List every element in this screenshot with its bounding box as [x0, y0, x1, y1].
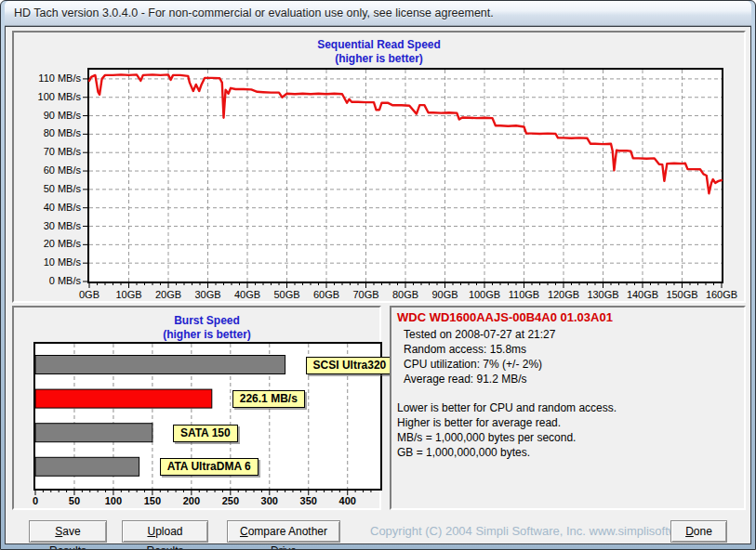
seq-ytick-label: 50 MB/s	[14, 183, 81, 194]
upload-results-mnemonic: U	[147, 525, 155, 538]
sequential-chart-svg	[83, 68, 724, 293]
burst-speed-panel: Burst Speed (higher is better) SCSI Ultr…	[12, 306, 381, 510]
drive-name: WDC WD1600AAJS-00B4A0 01.03A01	[397, 310, 744, 324]
seq-ytick-label: 20 MB/s	[14, 238, 81, 249]
burst-bar	[35, 424, 153, 442]
burst-xtick-label: 400	[329, 495, 366, 506]
seq-ytick-label: 100 MB/s	[14, 91, 81, 102]
info-note-gb: GB = 1,000,000,000 bytes.	[397, 445, 744, 460]
info-note-mbs: MB/s = 1,000,000 bytes per second.	[397, 430, 744, 445]
burst-bar-label: SATA 150	[173, 425, 238, 442]
info-cpu-utilization: CPU utilization: 7% (+/- 2%)	[404, 357, 744, 372]
burst-bar	[35, 389, 212, 408]
seq-ytick-label: 40 MB/s	[14, 202, 81, 213]
info-average-read: Average read: 91.2 MB/s	[404, 372, 744, 386]
seq-ytick-label: 0 MB/s	[14, 275, 81, 286]
done-label: one	[694, 525, 712, 538]
info-tested-on: Tested on 2008-07-27 at 21:27	[404, 327, 744, 342]
burst-bar	[35, 457, 139, 476]
app-window: HD Tach version 3.0.4.0 - For non-commer…	[0, 0, 756, 550]
compare-another-drive-button[interactable]: Compare Another Drive	[227, 520, 340, 543]
burst-chart-plot: SCSI Ultra320226.1 MB/sSATA 150ATA Ultra…	[14, 308, 379, 508]
window-title: HD Tach version 3.0.4.0 - For non-commer…	[14, 7, 494, 20]
client-area: Sequential Read Speed (higher is better)…	[5, 26, 751, 544]
save-results-button[interactable]: Save Results	[29, 520, 107, 543]
info-random-access: Random access: 15.8ms	[404, 342, 744, 357]
burst-xtick-label: 250	[212, 495, 249, 506]
burst-xtick-label: 200	[173, 495, 210, 506]
sequential-chart-plot: 110 MB/s100 MB/s90 MB/s80 MB/s70 MB/s60 …	[14, 33, 744, 301]
drive-info-panel: WDC WD1600AAJS-00B4A0 01.03A01 Tested on…	[390, 306, 746, 510]
burst-bar	[35, 356, 285, 374]
burst-bar-label: SCSI Ultra320	[306, 357, 394, 374]
seq-ytick-label: 60 MB/s	[14, 164, 81, 176]
burst-xtick-label: 150	[134, 495, 171, 506]
burst-xtick-label: 50	[56, 495, 93, 506]
done-button[interactable]: Done	[670, 520, 727, 543]
burst-xtick-label: 300	[251, 495, 288, 506]
compare-mnemonic: C	[240, 525, 248, 538]
seq-xtick-label: 160GB	[694, 289, 749, 300]
burst-xtick-label: 0	[17, 495, 54, 506]
burst-xtick-label: 350	[290, 495, 327, 506]
titlebar[interactable]: HD Tach version 3.0.4.0 - For non-commer…	[5, 1, 751, 26]
copyright-text: Copyright (C) 2004 Simpli Software, Inc.…	[370, 520, 721, 543]
info-note-higher: Higher is better for average read.	[397, 415, 744, 430]
seq-ytick-label: 70 MB/s	[14, 146, 81, 157]
burst-xtick-label: 100	[95, 495, 132, 506]
seq-ytick-label: 10 MB/s	[14, 256, 81, 268]
done-mnemonic: D	[685, 525, 694, 538]
seq-ytick-label: 80 MB/s	[14, 127, 81, 138]
compare-label: ompare Another Drive	[248, 525, 327, 550]
seq-ytick-label: 110 MB/s	[14, 72, 81, 84]
burst-bar-label: ATA UltraDMA 6	[160, 458, 259, 476]
seq-ytick-label: 90 MB/s	[14, 110, 81, 121]
info-note-lower: Lower is better for CPU and random acces…	[397, 400, 744, 415]
seq-ytick-label: 30 MB/s	[14, 220, 81, 231]
upload-results-button[interactable]: Upload Results	[122, 520, 208, 543]
burst-bar-label: 226.1 MB/s	[232, 390, 305, 408]
sequential-read-panel: Sequential Read Speed (higher is better)…	[12, 31, 746, 303]
